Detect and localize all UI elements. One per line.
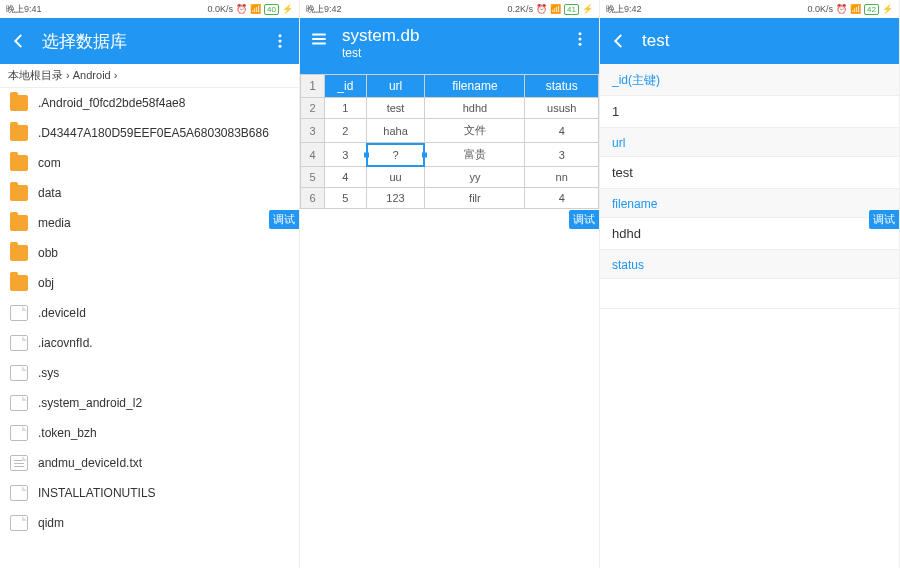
file-row[interactable]: obj	[0, 268, 299, 298]
data-table[interactable]: 1_idurlfilenamestatus21testhdhdusush32ha…	[300, 74, 599, 209]
file-row[interactable]: obb	[0, 238, 299, 268]
charging-icon: ⚡	[582, 4, 593, 14]
file-icon	[10, 365, 28, 381]
table-cell[interactable]: 5	[325, 188, 367, 209]
row-number-header[interactable]: 1	[301, 75, 325, 98]
status-time: 晚上9:42	[306, 3, 342, 16]
status-bar: 晚上9:41 0.0K/s ⏰ 📶 40 ⚡	[0, 0, 299, 18]
column-header[interactable]: url	[366, 75, 425, 98]
folder-icon	[10, 125, 28, 141]
signal-icon: 📶	[550, 4, 561, 14]
table-cell[interactable]: 4	[325, 167, 367, 188]
breadcrumb[interactable]: 本地根目录 › Android ›	[0, 64, 299, 88]
svg-point-3	[579, 32, 582, 35]
app-bar: 选择数据库	[0, 18, 299, 64]
svg-point-5	[579, 43, 582, 46]
file-name: .deviceId	[38, 306, 86, 320]
row-number[interactable]: 3	[301, 119, 325, 143]
panel-table-view: 晚上9:42 0.2K/s ⏰ 📶 41 ⚡ system.db test 1_…	[300, 0, 600, 568]
table-cell[interactable]: ?	[366, 143, 425, 167]
file-list: .Android_f0fcd2bde58f4ae8.D43447A180D59E…	[0, 88, 299, 568]
column-header[interactable]: _id	[325, 75, 367, 98]
row-number[interactable]: 4	[301, 143, 325, 167]
table-cell[interactable]: uu	[366, 167, 425, 188]
row-number[interactable]: 2	[301, 98, 325, 119]
more-icon[interactable]	[571, 30, 589, 48]
row-number[interactable]: 5	[301, 167, 325, 188]
table-cell[interactable]: 1	[325, 98, 367, 119]
table-cell[interactable]: yy	[425, 167, 525, 188]
status-bar: 晚上9:42 0.0K/s ⏰ 📶 42 ⚡	[600, 0, 899, 18]
file-row[interactable]: qidm	[0, 508, 299, 538]
folder-icon	[10, 215, 28, 231]
alarm-icon: ⏰	[236, 4, 247, 14]
charging-icon: ⚡	[882, 4, 893, 14]
row-number[interactable]: 6	[301, 188, 325, 209]
table-cell[interactable]: 2	[325, 119, 367, 143]
field-value[interactable]: test	[600, 157, 899, 189]
table-cell[interactable]: 4	[525, 188, 599, 209]
table-cell[interactable]: 富贵	[425, 143, 525, 167]
folder-icon	[10, 95, 28, 111]
field-label: filename	[600, 189, 899, 218]
field-label: _id(主键)	[600, 64, 899, 96]
column-header[interactable]: status	[525, 75, 599, 98]
table-cell[interactable]: haha	[366, 119, 425, 143]
table-cell[interactable]: 3	[325, 143, 367, 167]
status-time: 晚上9:41	[6, 3, 42, 16]
file-name: media	[38, 216, 71, 230]
file-icon	[10, 305, 28, 321]
field-label: url	[600, 128, 899, 157]
table-cell[interactable]: nn	[525, 167, 599, 188]
file-name: andmu_deviceId.txt	[38, 456, 142, 470]
table-cell[interactable]: test	[366, 98, 425, 119]
more-icon[interactable]	[271, 32, 289, 50]
app-bar-subtitle: test	[342, 46, 557, 60]
column-header[interactable]: filename	[425, 75, 525, 98]
file-row[interactable]: .iacovnfId.	[0, 328, 299, 358]
back-icon[interactable]	[610, 32, 628, 50]
table-cell[interactable]: filr	[425, 188, 525, 209]
svg-point-0	[279, 34, 282, 37]
folder-icon	[10, 185, 28, 201]
debug-chip[interactable]: 调试	[569, 210, 599, 229]
status-bar: 晚上9:42 0.2K/s ⏰ 📶 41 ⚡	[300, 0, 599, 18]
file-icon	[10, 395, 28, 411]
file-name: INSTALLATIONUTILS	[38, 486, 156, 500]
table-cell[interactable]: 文件	[425, 119, 525, 143]
file-row[interactable]: .D43447A180D59EEF0EA5A6803083B686	[0, 118, 299, 148]
file-row[interactable]: andmu_deviceId.txt	[0, 448, 299, 478]
file-row[interactable]: data	[0, 178, 299, 208]
app-bar-title: 选择数据库	[42, 30, 257, 53]
debug-chip[interactable]: 调试	[269, 210, 299, 229]
file-row[interactable]: media	[0, 208, 299, 238]
file-row[interactable]: .token_bzh	[0, 418, 299, 448]
table-cell[interactable]: 4	[525, 119, 599, 143]
status-indicators: 0.0K/s ⏰ 📶 42 ⚡	[808, 4, 893, 15]
alarm-icon: ⏰	[536, 4, 547, 14]
field-value[interactable]: 1	[600, 96, 899, 128]
file-row[interactable]: .sys	[0, 358, 299, 388]
file-row[interactable]: .system_android_l2	[0, 388, 299, 418]
file-row[interactable]: .deviceId	[0, 298, 299, 328]
field-value[interactable]	[600, 279, 899, 309]
svg-point-4	[579, 38, 582, 41]
record-detail: _id(主键)1urltestfilenamehdhdstatus	[600, 64, 899, 568]
file-name: obj	[38, 276, 54, 290]
charging-icon: ⚡	[282, 4, 293, 14]
menu-icon[interactable]	[310, 30, 328, 48]
file-row[interactable]: com	[0, 148, 299, 178]
file-name: com	[38, 156, 61, 170]
file-row[interactable]: INSTALLATIONUTILS	[0, 478, 299, 508]
table-cell[interactable]: 3	[525, 143, 599, 167]
panel-record-detail: 晚上9:42 0.0K/s ⏰ 📶 42 ⚡ test _id(主键)1urlt…	[600, 0, 900, 568]
file-row[interactable]: .Android_f0fcd2bde58f4ae8	[0, 88, 299, 118]
field-value[interactable]: hdhd	[600, 218, 899, 250]
debug-chip[interactable]: 调试	[869, 210, 899, 229]
signal-icon: 📶	[250, 4, 261, 14]
back-icon[interactable]	[10, 32, 28, 50]
table-cell[interactable]: 123	[366, 188, 425, 209]
table-cell[interactable]: hdhd	[425, 98, 525, 119]
table-cell[interactable]: usush	[525, 98, 599, 119]
field-label: status	[600, 250, 899, 279]
